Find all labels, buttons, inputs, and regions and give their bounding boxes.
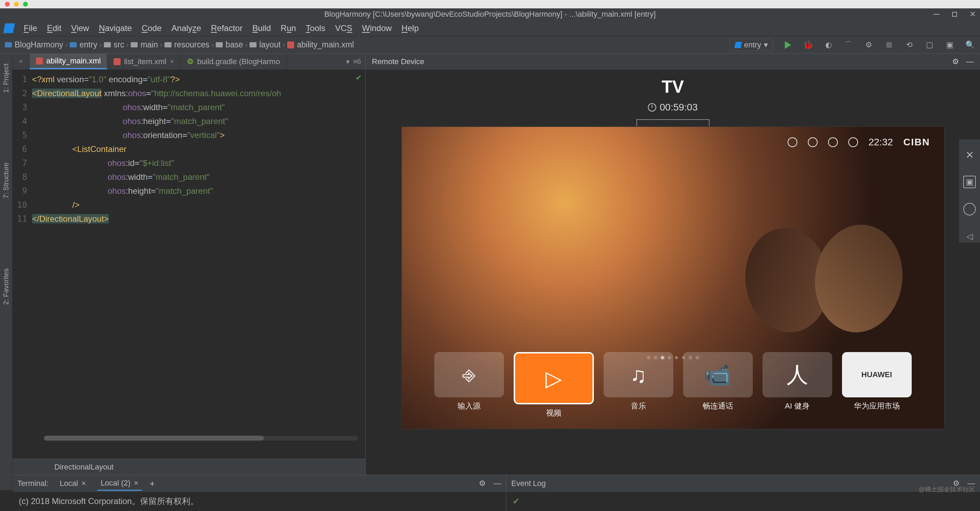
menu-analyze[interactable]: Analyze — [172, 23, 201, 33]
stop-icon — [886, 42, 892, 48]
tab-build-gradle[interactable]: ⚙build.gradle (BlogHarmo — [181, 54, 286, 69]
menu-build[interactable]: Build — [252, 23, 271, 33]
previewer-header: Remote Device ⚙ — — [366, 54, 980, 70]
menu-window[interactable]: Window — [362, 23, 392, 33]
menu-tools[interactable]: Tools — [305, 23, 325, 33]
event-log-panel: Event Log ⚙ — ✔ — [506, 475, 980, 511]
terminal-output[interactable]: (c) 2018 Microsoft Corporation。保留所有权利。 — [13, 492, 506, 511]
dock-video[interactable]: ▷视频 — [514, 352, 594, 418]
menu-navigate[interactable]: Navigate — [99, 23, 132, 33]
close-preview-button[interactable]: ✕ — [963, 148, 976, 161]
multi-window-button[interactable]: ▣ — [963, 176, 976, 188]
xml-file-icon — [114, 58, 121, 65]
crumb-file[interactable]: ability_main.xml — [287, 40, 354, 49]
menu-vcs[interactable]: VCS — [335, 23, 352, 33]
menu-edit[interactable]: Edit — [47, 23, 61, 33]
stop-button[interactable] — [884, 40, 894, 50]
tv-screen[interactable]: 22:32 CIBN ⎆输入源 ▷视频 ♫音乐 📹畅连通话 人AI 健身 HUA… — [401, 126, 945, 430]
menu-refactor[interactable]: Refactor — [211, 23, 243, 33]
wifi-icon — [848, 137, 858, 147]
menu-code[interactable]: Code — [142, 23, 161, 33]
folder-icon — [164, 42, 172, 48]
crumb-resources[interactable]: resources — [164, 40, 210, 49]
terminal-tab-local2[interactable]: Local (2)× — [97, 476, 142, 491]
crumb-entry[interactable]: entry — [70, 40, 97, 49]
user-icon[interactable] — [808, 137, 818, 147]
debug-button[interactable]: 🐞 — [803, 40, 813, 50]
folder-icon — [5, 42, 12, 48]
code-editor[interactable]: ✔ 1234567891011 <?xml version="1.0" enco… — [13, 70, 365, 459]
crumb-project[interactable]: BlogHarmony — [5, 40, 63, 49]
run-button[interactable] — [783, 40, 793, 50]
device-timer: 00:59:03 — [648, 102, 698, 113]
mac-close[interactable] — [5, 2, 10, 6]
back-button[interactable]: ◁ — [963, 230, 976, 243]
close-icon[interactable]: × — [81, 479, 86, 488]
scrollbar-thumb[interactable] — [44, 436, 264, 441]
terminal-tab-local[interactable]: Local× — [56, 477, 89, 490]
folder-icon — [131, 42, 138, 48]
project-tool-tab[interactable]: 1: Project — [2, 64, 10, 93]
horizontal-scrollbar[interactable] — [44, 436, 358, 441]
tab-ability-main[interactable]: ability_main.xml — [30, 54, 108, 69]
sync-button[interactable]: ⟲ — [904, 40, 915, 50]
play-icon — [785, 41, 791, 49]
editor-pane: × ability_main.xml list_item.xml× ⚙build… — [13, 54, 365, 475]
menu-help[interactable]: Help — [401, 23, 418, 33]
event-log-body[interactable]: ✔ — [506, 492, 980, 511]
close-button[interactable]: ✕ — [969, 10, 977, 18]
close-icon[interactable]: × — [134, 479, 138, 488]
breadcrumb-footer: DirectionalLayout — [13, 459, 365, 475]
attach-button[interactable]: ⚙ — [864, 40, 874, 50]
maximize-button[interactable] — [951, 10, 958, 18]
event-log-title: Event Log — [511, 479, 546, 488]
sdk-button[interactable]: ▣ — [945, 40, 955, 50]
tab-extras[interactable]: ▾≡6 — [346, 57, 365, 66]
menu-run[interactable]: Run — [280, 23, 296, 33]
crumb-layout[interactable]: layout — [250, 40, 280, 49]
tab-pin[interactable]: × — [13, 54, 30, 69]
terminal-settings-icon[interactable]: ⚙ — [479, 479, 486, 488]
search-icon[interactable] — [788, 137, 797, 147]
mac-zoom[interactable] — [23, 2, 28, 6]
search-button[interactable]: 🔍 — [965, 40, 975, 50]
folder-icon — [104, 42, 111, 48]
coverage-button[interactable]: ◐ — [823, 40, 834, 50]
avd-button[interactable]: ▢ — [924, 40, 935, 50]
crumb-src[interactable]: src — [104, 40, 124, 49]
favorites-tool-tab[interactable]: 2: Favorites — [2, 268, 10, 305]
menu-view[interactable]: View — [71, 23, 89, 33]
menu-file[interactable]: File — [24, 23, 37, 33]
device-title: TV — [662, 77, 684, 97]
terminal-panel: Terminal: Local× Local (2)× + ⚙ — (c) 20… — [13, 475, 506, 511]
terminal-hide-icon[interactable]: — — [493, 479, 501, 488]
code-content[interactable]: <?xml version="1.0" encoding="utf-8"?> <… — [32, 70, 365, 459]
close-icon[interactable]: × — [170, 57, 174, 65]
previewer-toolstrip: ✕ ▣ ◁ — [959, 139, 980, 243]
dock-call[interactable]: 📹畅连通话 — [683, 352, 753, 418]
crumb-base[interactable]: base — [216, 40, 243, 49]
previewer-minimize-icon[interactable]: — — [966, 57, 974, 66]
add-terminal-button[interactable]: + — [150, 478, 155, 489]
dock-music[interactable]: ♫音乐 — [604, 352, 673, 418]
settings-icon[interactable] — [828, 137, 838, 147]
breadcrumb: BlogHarmony› entry› src› main› resources… — [5, 40, 354, 49]
dock-appstore[interactable]: HUAWEI华为应用市场 — [842, 352, 912, 418]
profile-button[interactable]: ⌒ — [843, 40, 854, 50]
dock-input[interactable]: ⎆输入源 — [434, 352, 504, 418]
dock-fitness[interactable]: 人AI 健身 — [762, 352, 832, 418]
folder-icon — [250, 42, 256, 48]
tab-list-item[interactable]: list_item.xml× — [107, 54, 181, 69]
previewer-settings-icon[interactable]: ⚙ — [952, 57, 959, 66]
folder-icon — [70, 42, 77, 48]
home-button[interactable] — [963, 203, 976, 215]
run-config-selector[interactable]: entry▾ — [730, 39, 773, 51]
mac-minimize[interactable] — [14, 2, 19, 6]
main-split: × ability_main.xml list_item.xml× ⚙build… — [13, 54, 980, 475]
minimize-button[interactable] — [932, 10, 940, 18]
previewer-pane: Remote Device ⚙ — TV 00:59:03 22:32 — [365, 54, 980, 475]
xml-file-icon — [287, 41, 294, 48]
crumb-main[interactable]: main — [131, 40, 158, 49]
structure-tool-tab[interactable]: 7: Structure — [2, 162, 10, 198]
clock-icon — [648, 103, 656, 111]
